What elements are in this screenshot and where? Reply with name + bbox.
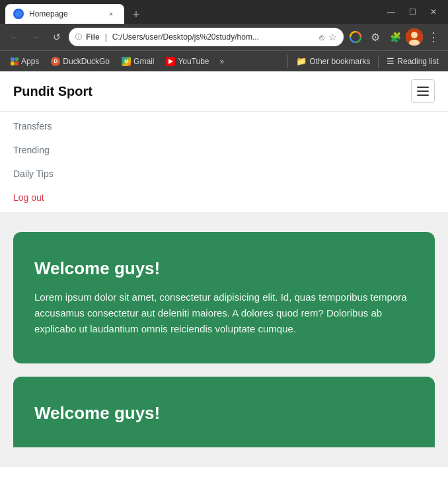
minimize-button[interactable]: — xyxy=(382,3,400,21)
info-icon: ⓘ xyxy=(75,32,82,42)
bookmark-gmail[interactable]: M Gmail xyxy=(116,54,159,69)
close-button[interactable]: ✕ xyxy=(424,3,443,21)
site-brand: Pundit Sport xyxy=(13,84,93,99)
browser-chrome: Homepage × + — ☐ ✕ ← → ↺ ⓘ File | C:/Use… xyxy=(0,0,448,71)
hamburger-button[interactable] xyxy=(411,79,435,103)
hamburger-line-3 xyxy=(417,94,429,96)
apps-favicon xyxy=(11,57,19,65)
window-controls: — ☐ ✕ xyxy=(382,3,443,21)
duckduckgo-label: DuckDuckGo xyxy=(63,57,110,66)
bookmark-duckduckgo[interactable]: D DuckDuckGo xyxy=(46,54,115,69)
back-button[interactable]: ← xyxy=(5,28,24,46)
address-path: C:/Users/user/Desktop/js%20study/hom... xyxy=(112,32,315,42)
title-bar: Homepage × + — ☐ ✕ xyxy=(0,0,448,24)
forward-button[interactable]: → xyxy=(26,28,45,46)
reload-button[interactable]: ↺ xyxy=(48,28,66,46)
share-icon: ⎋ xyxy=(319,32,324,42)
duckduckgo-favicon: D xyxy=(51,57,60,66)
nav-link-logout[interactable]: Log out xyxy=(0,186,448,209)
gmail-label: Gmail xyxy=(133,57,154,66)
tab-bar: Homepage × + xyxy=(5,0,382,24)
address-bar: ← → ↺ ⓘ File | C:/Users/user/Desktop/js%… xyxy=(0,24,448,50)
bookmarks-divider-2 xyxy=(378,55,379,68)
bookmarks-bar: Apps D DuckDuckGo M Gmail YouTube » 📁 Ot… xyxy=(0,50,448,71)
svg-point-0 xyxy=(15,11,22,17)
nav-link-transfers[interactable]: Transfers xyxy=(0,114,448,138)
tab-favicon xyxy=(13,9,24,19)
card-1-title: Welcome guys! xyxy=(34,258,414,279)
gmail-favicon: M xyxy=(122,57,131,66)
main-content: Welcome guys! Lorem ipsum dolor sit amet… xyxy=(0,212,448,467)
reading-list-icon: ☰ xyxy=(387,56,394,66)
reading-list-label: Reading list xyxy=(397,57,439,66)
youtube-favicon xyxy=(166,57,175,66)
address-input[interactable]: ⓘ File | C:/Users/user/Desktop/js%20stud… xyxy=(69,28,344,46)
bookmark-youtube[interactable]: YouTube xyxy=(161,54,214,69)
new-tab-button[interactable]: + xyxy=(127,5,145,24)
toolbar-icons: ⚙ 🧩 ⋮ xyxy=(346,28,443,46)
more-bookmarks-button[interactable]: » xyxy=(216,57,229,66)
nav-links: Transfers Trending Daily Tips Log out xyxy=(0,112,448,212)
youtube-label: YouTube xyxy=(178,57,209,66)
puzzle-icon[interactable]: 🧩 xyxy=(386,28,404,46)
hamburger-line-2 xyxy=(417,91,429,92)
card-2-title: Welcome guys! xyxy=(34,403,414,424)
svg-point-3 xyxy=(411,32,418,38)
nav-link-daily-tips[interactable]: Daily Tips xyxy=(0,162,448,186)
page-content: Pundit Sport Transfers Trending Daily Ti… xyxy=(0,71,448,487)
other-bookmarks-button[interactable]: 📁 Other bookmarks xyxy=(292,56,374,66)
nav-link-trending[interactable]: Trending xyxy=(0,138,448,162)
bookmark-apps[interactable]: Apps xyxy=(5,54,44,69)
reading-list-button[interactable]: ☰ Reading list xyxy=(383,56,443,66)
more-icon[interactable]: ⋮ xyxy=(424,28,443,46)
site-navbar: Pundit Sport xyxy=(0,71,448,112)
folder-icon: 📁 xyxy=(296,56,307,66)
star-icon[interactable]: ☆ xyxy=(328,32,337,42)
gear-icon[interactable]: ⚙ xyxy=(366,28,385,46)
file-label: File xyxy=(86,32,100,42)
welcome-card-1: Welcome guys! Lorem ipsum dolor sit amet… xyxy=(13,232,435,363)
active-tab[interactable]: Homepage × xyxy=(5,4,124,24)
hamburger-line-1 xyxy=(417,87,429,88)
other-bookmarks-label: Other bookmarks xyxy=(309,57,370,66)
welcome-card-2: Welcome guys! xyxy=(13,377,435,447)
profile-avatar[interactable] xyxy=(406,28,423,46)
edge-icon[interactable] xyxy=(346,28,365,46)
maximize-button[interactable]: ☐ xyxy=(403,3,422,21)
apps-label: Apps xyxy=(21,57,39,66)
address-separator: | xyxy=(105,32,107,42)
tab-close-button[interactable]: × xyxy=(106,9,116,19)
tab-title: Homepage xyxy=(29,9,100,19)
card-1-body: Lorem ipsum dolor sit amet, consectetur … xyxy=(34,289,414,337)
bookmarks-divider xyxy=(287,55,288,68)
youtube-play-icon xyxy=(168,59,173,64)
